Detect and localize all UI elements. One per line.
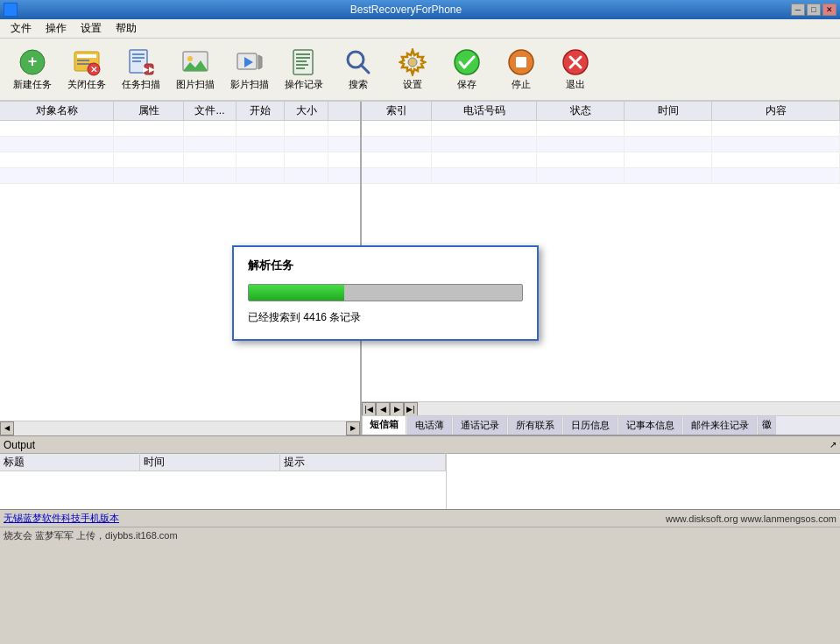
status-link[interactable]: 无锡蓝梦软件科技手机版本: [4, 512, 119, 525]
nav-last[interactable]: ▶|: [404, 402, 418, 416]
new-task-button[interactable]: + 新建任务: [7, 41, 58, 97]
search-button[interactable]: 搜索: [333, 41, 384, 97]
operation-log-button[interactable]: 操作记录: [279, 41, 329, 97]
table-row: [0, 137, 360, 152]
progress-bar-fill: [249, 285, 344, 301]
tab-calendar[interactable]: 日历信息: [563, 415, 618, 435]
svg-text:+: +: [28, 53, 38, 70]
settings-icon: [399, 48, 427, 76]
pin-icon[interactable]: ↗: [829, 440, 836, 449]
svg-rect-22: [296, 57, 310, 59]
nav-next[interactable]: ▶: [390, 402, 404, 416]
output-left-panel: 标题 时间 提示: [0, 454, 447, 509]
col-start: 开始: [236, 102, 285, 120]
image-scan-button[interactable]: 图片扫描: [170, 41, 221, 97]
minimize-button[interactable]: ─: [791, 4, 805, 16]
new-task-label: 新建任务: [13, 78, 52, 91]
svg-rect-23: [296, 60, 307, 62]
exit-button[interactable]: 退出: [550, 41, 601, 97]
stop-button[interactable]: 停止: [496, 41, 547, 97]
scroll-track[interactable]: [14, 421, 346, 435]
tab-notes[interactable]: 记事本信息: [618, 415, 682, 435]
svg-rect-3: [77, 54, 96, 58]
settings-button[interactable]: 设置: [387, 41, 438, 97]
col-status: 状态: [537, 102, 625, 120]
save-icon: [453, 48, 481, 76]
table-row: [0, 168, 360, 184]
output-col-hint: 提示: [280, 453, 446, 471]
task-scan-icon: ▶▶: [127, 48, 155, 76]
svg-rect-21: [296, 53, 310, 55]
svg-marker-18: [258, 55, 262, 69]
menu-help[interactable]: 帮助: [109, 19, 144, 38]
menubar: 文件 操作 设置 帮助: [0, 19, 840, 39]
col-size: 大小: [285, 102, 328, 120]
tab-more[interactable]: 徽: [758, 415, 776, 435]
search-icon: [344, 48, 372, 76]
output-header: Output ↗: [0, 436, 840, 454]
table-row: [0, 152, 360, 168]
svg-line-27: [361, 65, 369, 73]
nav-prev[interactable]: ◀: [376, 402, 390, 416]
svg-point-15: [187, 56, 193, 61]
menu-file[interactable]: 文件: [4, 19, 39, 38]
nav-first[interactable]: |◀: [362, 402, 376, 416]
titlebar: BestRecoveryForPhone ─ □ ✕: [0, 0, 840, 19]
task-scan-label: 任务扫描: [122, 78, 160, 91]
svg-rect-25: [296, 67, 305, 69]
col-phone: 电话号码: [432, 102, 537, 120]
status-urls: www.disksoft.org www.lanmengsos.com: [666, 513, 836, 524]
menu-settings[interactable]: 设置: [74, 19, 109, 38]
close-task-label: 关闭任务: [67, 78, 106, 91]
tab-contacts[interactable]: 电话薄: [407, 415, 452, 435]
output-area: Output ↗ 标题 时间 提示: [0, 435, 840, 509]
svg-rect-10: [132, 57, 145, 59]
tab-email[interactable]: 邮件来往记录: [683, 415, 757, 435]
settings-label: 设置: [403, 78, 422, 91]
table-row: [0, 121, 360, 137]
progress-text: 已经搜索到 4416 条记录: [248, 310, 523, 325]
save-label: 保存: [457, 78, 476, 91]
tab-sms[interactable]: 短信箱: [362, 415, 406, 435]
svg-point-30: [455, 50, 479, 74]
tab-bar: 短信箱 电话薄 通话记录 所有联系 日历信息 记事本信息 邮件来往记录 徽: [362, 415, 840, 435]
col-index: 索引: [362, 102, 432, 120]
exit-label: 退出: [566, 78, 585, 91]
search-label: 搜索: [349, 78, 368, 91]
scroll-right-arrow[interactable]: ▶: [346, 421, 360, 435]
svg-point-29: [409, 59, 416, 66]
exit-icon: [561, 48, 589, 76]
output-right-panel: [447, 454, 840, 509]
progress-bar-container: [248, 284, 523, 301]
app-title: BestRecoveryForPhone: [21, 4, 791, 16]
close-task-button[interactable]: ✕ 关闭任务: [61, 41, 112, 97]
operation-log-label: 操作记录: [285, 78, 323, 91]
right-scroll-track[interactable]: [418, 402, 840, 416]
save-button[interactable]: 保存: [441, 41, 492, 97]
left-hscroll: ◀ ▶: [0, 421, 360, 435]
app-icon: [4, 3, 18, 17]
video-scan-button[interactable]: 影片扫描: [224, 41, 275, 97]
output-content: 标题 时间 提示: [0, 454, 840, 509]
menu-operation[interactable]: 操作: [39, 19, 74, 38]
parse-task-dialog: 解析任务 已经搜索到 4416 条记录: [232, 245, 539, 341]
video-scan-icon: [236, 48, 264, 76]
left-table-header: 对象名称 属性 文件... 开始 大小: [0, 102, 360, 121]
toolbar: + 新建任务 ✕ 关闭任务 ▶▶: [0, 39, 840, 102]
col-attr: 属性: [114, 102, 184, 120]
maximize-button[interactable]: □: [807, 4, 821, 16]
scroll-left-arrow[interactable]: ◀: [0, 421, 14, 435]
output-col-title: 标题: [0, 453, 140, 471]
svg-rect-9: [132, 53, 145, 55]
close-button[interactable]: ✕: [822, 4, 836, 16]
svg-rect-11: [132, 60, 141, 62]
tab-call-log[interactable]: 通话记录: [453, 415, 507, 435]
stop-label: 停止: [512, 78, 531, 91]
output-title: Output: [4, 439, 35, 451]
task-scan-button[interactable]: ▶▶ 任务扫描: [116, 41, 166, 97]
table-row: [362, 168, 840, 184]
tab-all-contacts[interactable]: 所有联系: [508, 415, 562, 435]
svg-rect-32: [516, 57, 526, 67]
table-row: [362, 137, 840, 152]
new-task-icon: +: [18, 48, 46, 76]
